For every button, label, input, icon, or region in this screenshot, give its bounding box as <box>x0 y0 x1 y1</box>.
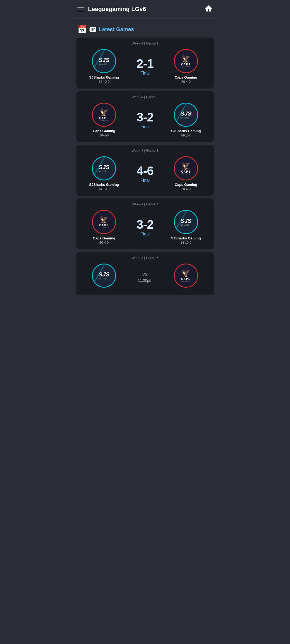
caps-logo-4: 🦅 CAPS GAMING <box>92 210 116 234</box>
team-record-right-3: 20-4-0 <box>181 187 191 191</box>
team-name-left-1: SJSharks Gaming <box>89 75 119 79</box>
team-record-left-3: 14-10-0 <box>98 187 109 191</box>
sjs-logo-1: SJS GAMING <box>92 49 116 73</box>
team-name-right-2: SJSharks Gaming <box>171 129 201 133</box>
game-card-1[interactable]: Week 4 | Game 1 SJS GAMING SJSharks Gami… <box>76 38 214 88</box>
score-area-2: 3-2 Final <box>129 111 161 129</box>
games-list: Week 4 | Game 1 SJS GAMING SJSharks Gami… <box>73 38 218 297</box>
game-row-1: SJS GAMING SJSharks Gaming 14-10-0 2-1 F… <box>79 49 211 84</box>
home-icon <box>204 4 213 13</box>
game-week-5: Week 4 | Game 5 <box>79 256 211 260</box>
score-1: 2-1 <box>136 57 153 70</box>
score-3: 4-6 <box>136 165 153 177</box>
game-card-3[interactable]: Week 4 | Game 3 SJS GAMING SJSharks Gami… <box>76 145 214 196</box>
team-name-right-1: Caps Gaming <box>175 75 197 79</box>
calendar-icon: 📅 <box>77 25 87 34</box>
game-week-2: Week 4 | Game 2 <box>79 95 211 99</box>
team-left-5: SJS GAMING <box>79 264 129 290</box>
section-header: 📅 NY Latest Games <box>73 18 218 38</box>
team-name-right-4: SJSharks Gaming <box>171 236 201 240</box>
sjs-logo-2: SJS GAMING <box>174 103 198 127</box>
app-header: Leaguegaming LGv6 <box>73 0 218 18</box>
team-left-3: SJS GAMING SJSharks Gaming 14-10-0 <box>79 156 129 191</box>
game-row-4: 🦅 CAPS GAMING Caps Gaming 20-4-0 3-2 Fin… <box>79 210 211 245</box>
team-name-left-4: Caps Gaming <box>93 236 115 240</box>
team-name-left-2: Caps Gaming <box>93 129 115 133</box>
team-right-5: 🦅 CAPS GAMING <box>161 264 211 290</box>
team-record-left-2: 20-4-0 <box>99 134 109 137</box>
header-left: Leaguegaming LGv6 <box>77 6 146 13</box>
game-time-5: 11:00pm <box>138 278 152 283</box>
game-week-1: Week 4 | Game 1 <box>79 41 211 45</box>
score-status-1: Final <box>140 71 150 76</box>
game-week-3: Week 4 | Game 3 <box>79 149 211 153</box>
score-area-3: 4-6 Final <box>129 165 161 183</box>
caps-logo-5: 🦅 CAPS GAMING <box>174 264 198 288</box>
sjs-logo-4: SJS GAMING <box>174 210 198 234</box>
app-title: Leaguegaming LGv6 <box>88 6 146 13</box>
caps-logo-1: 🦅 CAPS GAMING <box>174 49 198 73</box>
team-record-right-1: 20-4-0 <box>181 80 191 84</box>
caps-logo-2: 🦅 CAPS GAMING <box>92 103 116 127</box>
game-card-4[interactable]: Week 4 | Game 4 🦅 CAPS GAMING Caps Gamin… <box>76 198 214 249</box>
team-left-4: 🦅 CAPS GAMING Caps Gaming 20-4-0 <box>79 210 129 245</box>
team-name-left-3: SJSharks Gaming <box>89 183 119 187</box>
sjs-logo-5: SJS GAMING <box>92 264 116 288</box>
team-right-1: 🦅 CAPS GAMING Caps Gaming 20-4-0 <box>161 49 211 84</box>
score-status-4: Final <box>140 232 150 236</box>
score-area-1: 2-1 Final <box>129 57 161 76</box>
section-title: Latest Games <box>99 26 134 32</box>
team-left-1: SJS GAMING SJSharks Gaming 14-10-0 <box>79 49 129 84</box>
team-record-left-4: 20-4-0 <box>99 241 109 245</box>
score-status-3: Final <box>140 178 150 183</box>
game-card-2[interactable]: Week 4 | Game 2 🦅 CAPS GAMING Caps Gamin… <box>76 91 214 142</box>
team-left-2: 🦅 CAPS GAMING Caps Gaming 20-4-0 <box>79 103 129 137</box>
home-button[interactable] <box>204 4 213 14</box>
sjs-logo-3: SJS GAMING <box>92 156 116 180</box>
game-card-5[interactable]: Week 4 | Game 5 SJS GAMING vs 11:00pm <box>76 252 214 295</box>
team-name-right-3: Caps Gaming <box>175 183 197 187</box>
team-right-3: 🦅 CAPS GAMING Caps Gaming 20-4-0 <box>161 156 211 191</box>
score-4: 3-2 <box>136 218 153 231</box>
team-record-right-2: 14-10-0 <box>180 134 191 137</box>
game-row-5: SJS GAMING vs 11:00pm 🦅 CAPS GAMING <box>79 264 211 290</box>
team-right-4: SJS GAMING SJSharks Gaming 14-10-0 <box>161 210 211 245</box>
vs-text-5: vs <box>142 271 148 277</box>
ny-badge: NY <box>90 27 96 32</box>
caps-logo-3: 🦅 CAPS GAMING <box>174 156 198 180</box>
game-week-4: Week 4 | Game 4 <box>79 202 211 206</box>
game-row-3: SJS GAMING SJSharks Gaming 14-10-0 4-6 F… <box>79 156 211 191</box>
team-right-2: SJS GAMING SJSharks Gaming 14-10-0 <box>161 103 211 137</box>
team-record-right-4: 14-10-0 <box>180 241 191 245</box>
score-area-4: 3-2 Final <box>129 218 161 236</box>
game-row-2: 🦅 CAPS GAMING Caps Gaming 20-4-0 3-2 Fin… <box>79 103 211 137</box>
score-status-2: Final <box>140 124 150 129</box>
score-area-5: vs 11:00pm <box>129 271 161 283</box>
team-record-left-1: 14-10-0 <box>98 80 109 84</box>
menu-button[interactable] <box>77 7 84 11</box>
score-2: 3-2 <box>136 111 153 123</box>
